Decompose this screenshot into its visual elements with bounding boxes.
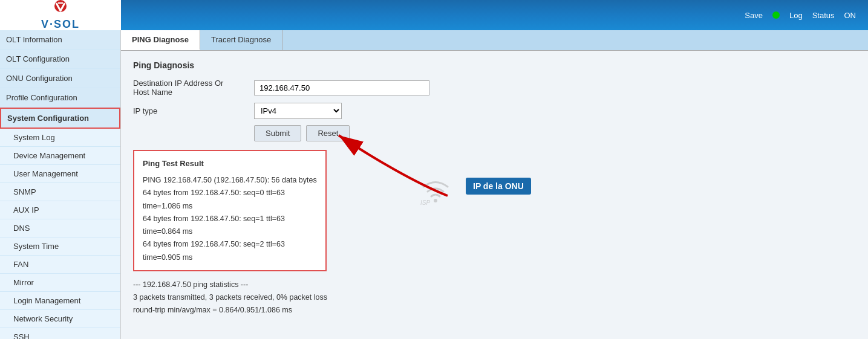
vsol-logo-icon	[49, 0, 72, 17]
stats-line-1: 3 packets transmitted, 3 packets receive…	[133, 291, 856, 304]
header: V·SOL Save Log Status ON	[0, 0, 868, 30]
sidebar-item-snmp[interactable]: SNMP	[0, 183, 120, 201]
dest-ip-row: Destination IP Address OrHost Name	[133, 79, 856, 97]
btn-row: Submit Reset	[254, 125, 856, 141]
reset-button[interactable]: Reset	[306, 125, 350, 141]
dest-ip-label: Destination IP Address OrHost Name	[133, 79, 248, 97]
status-label[interactable]: Status	[812, 11, 835, 20]
sidebar-item-network-security[interactable]: Network Security	[0, 310, 120, 328]
ip-type-label: IP type	[133, 106, 248, 115]
sidebar-item-login-management[interactable]: Login Management	[0, 292, 120, 310]
log-label[interactable]: Log	[789, 11, 803, 20]
sidebar-item-system-time[interactable]: System Time	[0, 237, 120, 256]
main-content: PING Diagnose Tracert Diagnose Ping Diag…	[121, 30, 868, 339]
sidebar-item-device-management[interactable]: Device Management	[0, 147, 120, 165]
stats-line-2: round-trip min/avg/max = 0.864/0.951/1.0…	[133, 304, 856, 317]
sidebar-item-olt-information[interactable]: OLT Information	[0, 30, 120, 50]
sidebar-item-aux-ip[interactable]: AUX IP	[0, 201, 120, 219]
sidebar-item-olt-configuration[interactable]: OLT Configuration	[0, 50, 120, 69]
layout: OLT Information OLT Configuration ONU Co…	[0, 30, 868, 339]
ping-result-box: Ping Test Result PING 192.168.47.50 (192…	[133, 150, 327, 271]
sidebar-item-onu-configuration[interactable]: ONU Configuration	[0, 69, 120, 88]
ping-line-0: PING 192.168.47.50 (192.168.47.50): 56 d…	[143, 174, 317, 187]
save-button[interactable]: Save	[745, 11, 763, 20]
submit-button[interactable]: Submit	[254, 125, 301, 141]
content-area: Ping Diagnosis Destination IP Address Or…	[121, 51, 868, 339]
ip-type-select[interactable]: IPv4 IPv6	[254, 103, 342, 119]
ping-line-2: 64 bytes from 192.168.47.50: seq=1 ttl=6…	[143, 213, 317, 239]
section-title: Ping Diagnosis	[133, 60, 856, 70]
ping-line-3: 64 bytes from 192.168.47.50: seq=2 ttl=6…	[143, 238, 317, 264]
sidebar-section-system-configuration[interactable]: System Configuration	[0, 108, 120, 129]
sidebar-item-user-management[interactable]: User Management	[0, 165, 120, 183]
ip-de-la-onu-badge: IP de la ONU	[466, 178, 531, 195]
sidebar-item-ssh[interactable]: SSH	[0, 328, 120, 339]
sidebar-item-fan[interactable]: FAN	[0, 256, 120, 274]
svg-text:ISP: ISP	[420, 199, 430, 205]
stats-line-0: --- 192.168.47.50 ping statistics ---	[133, 279, 856, 291]
vsol-logo: V·SOL	[41, 0, 80, 31]
dest-ip-input[interactable]	[254, 80, 429, 95]
wifi-icon: ISP	[417, 175, 454, 207]
sidebar-item-dns[interactable]: DNS	[0, 219, 120, 237]
sidebar-item-mirror[interactable]: Mirror	[0, 274, 120, 292]
ping-result-title: Ping Test Result	[143, 157, 317, 170]
sidebar-item-profile-configuration[interactable]: Profile Configuration	[0, 88, 120, 108]
tab-ping-diagnose[interactable]: PING Diagnose	[121, 30, 200, 50]
on-label: ON	[844, 11, 857, 20]
ip-type-row: IP type IPv4 IPv6	[133, 103, 856, 119]
logo-text: V·SOL	[41, 18, 80, 31]
logo-area: V·SOL	[0, 0, 121, 30]
tab-tracert-diagnose[interactable]: Tracert Diagnose	[200, 30, 282, 50]
header-right: Save Log Status ON	[745, 11, 856, 20]
sidebar: OLT Information OLT Configuration ONU Co…	[0, 30, 121, 339]
ping-stats: --- 192.168.47.50 ping statistics --- 3 …	[133, 279, 856, 317]
ping-line-1: 64 bytes from 192.168.47.50: seq=0 ttl=6…	[143, 187, 317, 213]
tab-bar: PING Diagnose Tracert Diagnose	[121, 30, 868, 51]
online-status-dot	[772, 11, 780, 19]
svg-point-3	[434, 199, 437, 202]
sidebar-item-system-log[interactable]: System Log	[0, 129, 120, 147]
